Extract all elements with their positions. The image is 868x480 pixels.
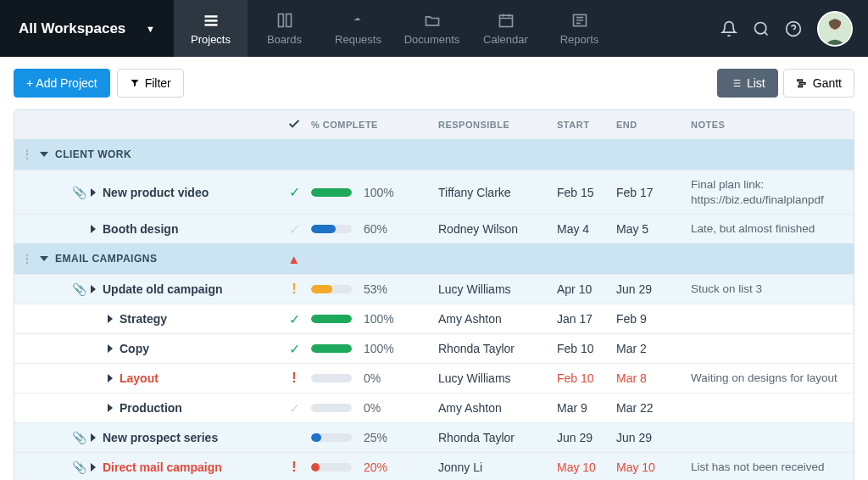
task-name[interactable]: Booth design (103, 222, 178, 236)
responsible: Jonny Li (438, 460, 557, 474)
caret-right-icon[interactable] (108, 315, 113, 323)
caret-right-icon[interactable] (108, 374, 113, 382)
header-end: END (616, 120, 691, 130)
filter-label: Filter (145, 76, 171, 90)
header-responsible: RESPONSIBLE (438, 120, 557, 130)
main-nav: ProjectsBoardsRequestsDocumentsCalendarR… (174, 0, 616, 57)
svg-rect-11 (798, 80, 803, 81)
task-name[interactable]: New prospect series (103, 431, 218, 444)
svg-rect-3 (278, 14, 283, 26)
start-date: Jun 29 (557, 431, 616, 444)
gantt-view-button[interactable]: Gantt (783, 69, 854, 98)
table-row: 📎Direct mail campaign!20%Jonny LiMay 10M… (14, 452, 854, 480)
nav-boards[interactable]: Boards (248, 0, 321, 57)
list-label: List (747, 76, 765, 90)
caret-right-icon[interactable] (91, 188, 96, 197)
table-row: Production✓0%Amy AshtonMar 9Mar 22 (14, 393, 854, 422)
svg-rect-0 (204, 15, 217, 18)
topbar-actions (721, 11, 868, 47)
progress: 0% (311, 371, 438, 385)
table-row: 📎Update old campaign!53%Lucy WilliamsApr… (14, 274, 854, 304)
svg-rect-5 (499, 15, 512, 26)
attachment-icon: 📎 (72, 186, 86, 199)
chevron-down-icon: ▼ (146, 24, 155, 34)
task-name[interactable]: Copy (120, 342, 149, 355)
nav-reports[interactable]: Reports (542, 0, 616, 57)
workspace-selector[interactable]: All Workspaces ▼ (0, 0, 174, 57)
start-date: May 4 (557, 222, 616, 236)
notes-text: List has not been received (691, 460, 825, 473)
workspace-label: All Workspaces (19, 20, 125, 37)
progress: 25% (311, 431, 438, 444)
svg-rect-12 (799, 82, 805, 84)
nav-projects[interactable]: Projects (174, 0, 248, 57)
progress: 60% (311, 222, 438, 236)
nav-calendar[interactable]: Calendar (469, 0, 542, 57)
group-name: CLIENT WORK (55, 148, 131, 160)
svg-rect-2 (204, 24, 217, 25)
notes-text: Stuck on list 3 (691, 282, 762, 295)
gantt-icon (796, 77, 808, 89)
start-date: Mar 9 (557, 401, 616, 415)
svg-point-7 (755, 22, 766, 33)
responsible: Lucy Williams (438, 371, 557, 385)
task-name[interactable]: Direct mail campaign (103, 460, 222, 474)
end-date: Feb 17 (616, 186, 691, 199)
caret-down-icon (40, 152, 48, 157)
table-row: Copy✓100%Rhonda TaylorFeb 10Mar 2 (14, 333, 854, 363)
caret-right-icon[interactable] (108, 344, 113, 353)
caret-right-icon[interactable] (91, 433, 96, 442)
svg-rect-13 (798, 86, 803, 87)
percent-value: 100% (364, 186, 394, 199)
task-name[interactable]: Strategy (120, 312, 167, 326)
task-name[interactable]: Production (120, 401, 182, 415)
nav-documents[interactable]: Documents (395, 0, 469, 57)
caret-right-icon[interactable] (91, 285, 96, 293)
warning-icon: ! (292, 282, 296, 296)
nav-label: Reports (560, 33, 599, 46)
task-name[interactable]: Update old campaign (103, 282, 223, 296)
end-date: May 10 (616, 460, 691, 474)
drag-handle-icon[interactable]: ⋮ (21, 252, 34, 265)
check-pending-icon: ✓ (289, 222, 300, 237)
list-view-button[interactable]: List (717, 69, 778, 98)
bell-icon[interactable] (721, 20, 737, 37)
check-done-icon: ✓ (289, 185, 300, 199)
avatar[interactable] (817, 11, 853, 47)
check-pending-icon: ✓ (289, 401, 300, 416)
task-name[interactable]: New product video (103, 186, 209, 199)
header-notes: NOTES (691, 120, 854, 130)
end-date: Mar 2 (616, 342, 691, 355)
caret-right-icon[interactable] (91, 463, 96, 472)
search-icon[interactable] (753, 20, 770, 37)
filter-button[interactable]: Filter (117, 69, 184, 98)
end-date: Mar 8 (616, 371, 691, 385)
add-project-button[interactable]: + Add Project (14, 69, 110, 98)
help-icon[interactable] (785, 20, 802, 37)
group-row[interactable]: ⋮EMAIL CAMPAIGNS▲ (14, 243, 854, 274)
progress: 100% (311, 186, 438, 199)
progress: 100% (311, 312, 438, 326)
attachment-icon: 📎 (72, 460, 86, 474)
end-date: Jun 29 (616, 431, 691, 444)
toolbar: + Add Project Filter List Gantt (0, 57, 868, 109)
drag-handle-icon[interactable]: ⋮ (21, 148, 34, 161)
responsible: Tiffany Clarke (438, 186, 557, 199)
percent-value: 100% (364, 342, 394, 355)
percent-value: 25% (364, 431, 387, 444)
end-date: Mar 22 (616, 401, 691, 415)
nav-requests[interactable]: Requests (321, 0, 395, 57)
task-name[interactable]: Layout (120, 371, 159, 385)
nav-label: Documents (404, 33, 460, 46)
start-date: Feb 15 (557, 186, 616, 199)
caret-right-icon[interactable] (91, 225, 96, 233)
gantt-label: Gantt (813, 76, 842, 90)
start-date: Feb 10 (557, 342, 616, 355)
group-row[interactable]: ⋮CLIENT WORK (14, 139, 854, 170)
notes-text: Late, but almost finished (691, 222, 815, 235)
attachment-icon: 📎 (72, 282, 86, 296)
project-table: % COMPLETE RESPONSIBLE START END NOTES ⋮… (14, 109, 854, 480)
header-start: START (557, 120, 616, 130)
table-row: Booth design✓60%Rodney WilsonMay 4May 5L… (14, 214, 854, 243)
caret-right-icon[interactable] (108, 404, 113, 412)
